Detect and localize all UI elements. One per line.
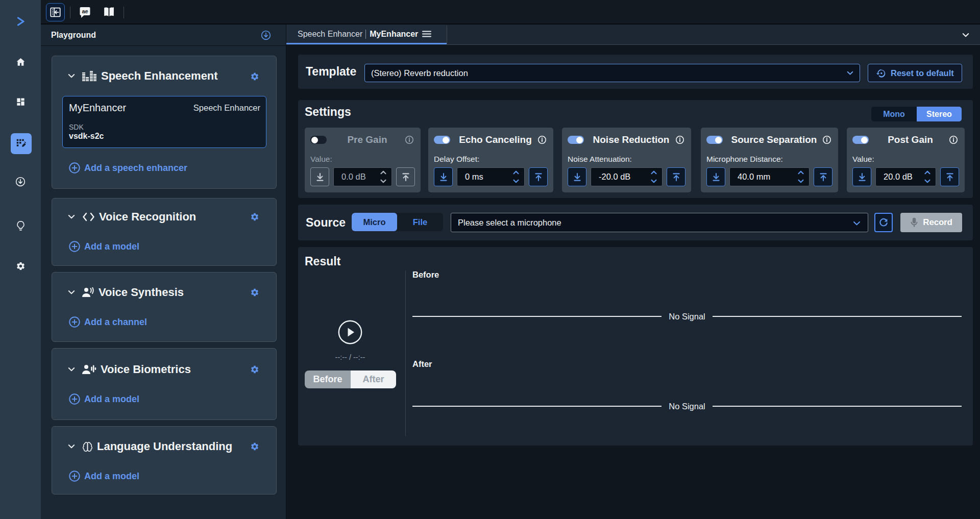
svg-text:ae: ae [82,8,88,14]
